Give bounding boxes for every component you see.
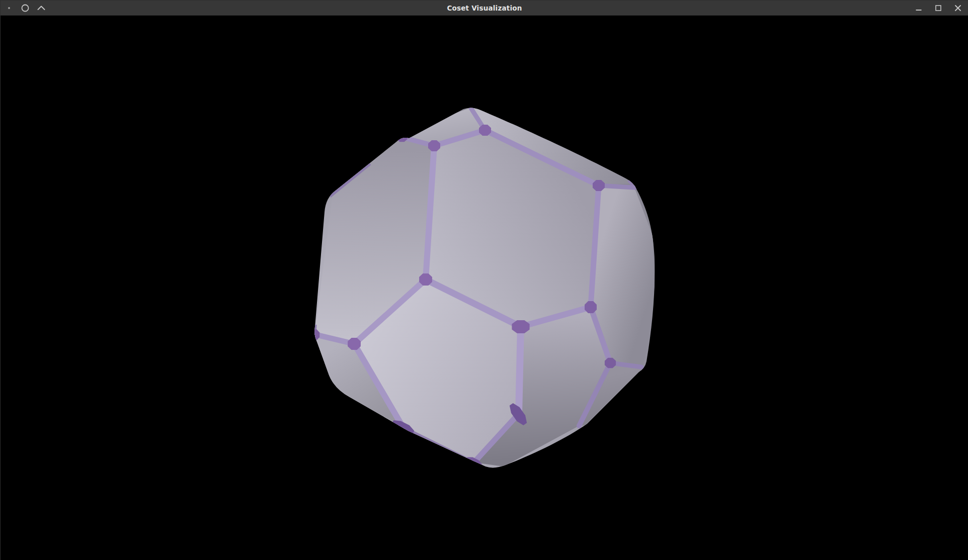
- polyhedron-vertex: [512, 320, 529, 333]
- polyhedron-vertex: [309, 329, 319, 340]
- window-title: Coset Visualization: [1, 1, 968, 16]
- polyhedron-vertex: [585, 301, 597, 313]
- minimize-icon[interactable]: [914, 4, 923, 13]
- polyhedron-vertex: [428, 140, 440, 151]
- viewport-3d[interactable]: [1, 16, 968, 560]
- polyhedron-canvas: [1, 16, 968, 560]
- circle-icon[interactable]: [21, 4, 30, 13]
- close-icon[interactable]: [953, 4, 962, 13]
- app-window: Coset Visualization: [0, 0, 968, 560]
- polyhedron-edge: [519, 327, 521, 414]
- polyhedron-vertex: [605, 358, 616, 368]
- polyhedron-vertex: [348, 338, 361, 350]
- polyhedron-vertex: [396, 132, 408, 142]
- polyhedron-vertex: [419, 273, 432, 286]
- window-controls: [914, 1, 962, 16]
- polyhedron: [309, 108, 655, 468]
- polyhedron-vertex: [479, 125, 491, 136]
- dot-icon: [5, 4, 14, 13]
- maximize-icon[interactable]: [934, 4, 943, 13]
- titlebar-left-icons: [5, 1, 46, 16]
- polyhedron-vertex: [593, 180, 605, 191]
- titlebar[interactable]: Coset Visualization: [1, 1, 968, 16]
- chevron-up-icon[interactable]: [37, 4, 46, 13]
